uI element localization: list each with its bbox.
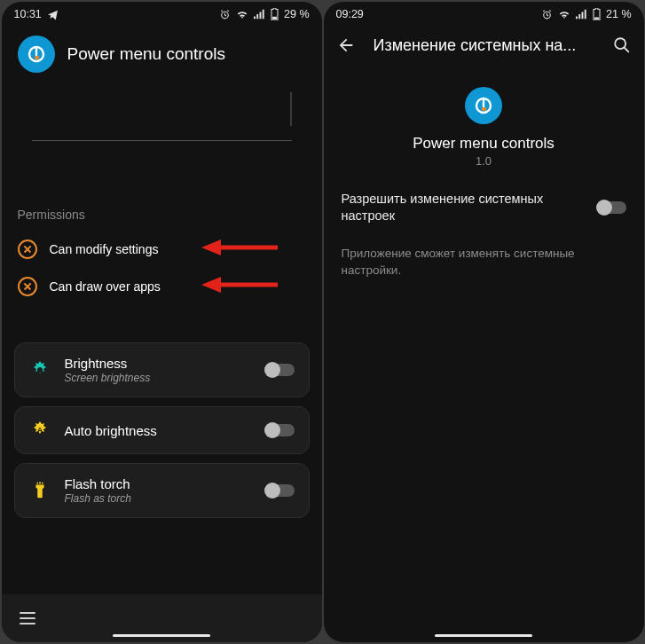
status-bar: 10:31 29 % bbox=[2, 2, 322, 23]
battery-icon bbox=[593, 8, 601, 20]
control-subtitle: Screen brightness bbox=[65, 372, 252, 384]
status-time: 09:29 bbox=[336, 8, 364, 20]
app-icon bbox=[465, 87, 502, 124]
page-title: Изменение системных на... bbox=[374, 36, 594, 55]
app-info: Power menu controls 1.0 bbox=[324, 62, 644, 168]
battery-icon bbox=[271, 8, 279, 20]
status-battery: 21 % bbox=[606, 8, 632, 20]
control-auto-brightness[interactable]: A Auto brightness bbox=[14, 406, 310, 454]
controls-list: Brightness Screen brightness A Auto brig… bbox=[2, 305, 322, 518]
status-battery: 29 % bbox=[284, 8, 310, 20]
search-icon[interactable] bbox=[612, 35, 632, 55]
svg-text:A: A bbox=[36, 426, 43, 435]
svg-point-4 bbox=[37, 367, 43, 373]
app-icon bbox=[18, 35, 55, 73]
setting-allow-modify[interactable]: Разрешить изменение системных настроек bbox=[324, 168, 644, 233]
denied-icon bbox=[18, 240, 37, 259]
app-name: Power menu controls bbox=[413, 135, 555, 153]
app-header: Power menu controls bbox=[2, 23, 322, 83]
brightness-icon bbox=[29, 359, 51, 381]
setting-label: Разрешить изменение системных настроек bbox=[342, 191, 586, 224]
wifi-icon bbox=[236, 9, 248, 20]
svg-rect-11 bbox=[482, 107, 486, 111]
alarm-icon bbox=[219, 9, 231, 20]
permission-modify-settings[interactable]: Can modify settings bbox=[2, 231, 322, 268]
app-version: 1.0 bbox=[476, 154, 492, 168]
wifi-icon bbox=[558, 9, 570, 20]
signal-icon bbox=[254, 9, 265, 20]
toggle[interactable] bbox=[266, 364, 295, 376]
permissions-heading: Permissions bbox=[2, 172, 322, 231]
toggle[interactable] bbox=[266, 424, 295, 436]
screen-system-settings: 09:29 21 % Изменение системных на... Pow… bbox=[324, 2, 644, 642]
control-title: Brightness bbox=[65, 356, 252, 371]
control-flash-torch[interactable]: Flash torch Flash as torch bbox=[14, 463, 310, 518]
telegram-icon bbox=[47, 9, 59, 20]
svg-rect-8 bbox=[594, 18, 599, 20]
setting-description: Приложение сможет изменять системные нас… bbox=[324, 233, 644, 292]
home-indicator[interactable] bbox=[435, 634, 532, 637]
back-icon[interactable] bbox=[336, 35, 356, 55]
auto-brightness-icon: A bbox=[29, 420, 51, 441]
app-title: Power menu controls bbox=[67, 44, 225, 64]
divider-area bbox=[2, 83, 322, 172]
control-subtitle: Flash as torch bbox=[65, 492, 252, 505]
alarm-icon bbox=[541, 9, 553, 20]
permission-label: Can draw over apps bbox=[50, 279, 161, 294]
svg-rect-3 bbox=[35, 56, 39, 59]
annotation-arrow bbox=[201, 276, 278, 297]
permission-label: Can modify settings bbox=[50, 242, 159, 256]
control-brightness[interactable]: Brightness Screen brightness bbox=[14, 342, 310, 397]
denied-icon bbox=[18, 277, 37, 296]
svg-rect-1 bbox=[272, 17, 277, 20]
screen-app: 10:31 29 % Power menu controls Permissio… bbox=[2, 2, 322, 642]
status-bar: 09:29 21 % bbox=[324, 2, 644, 23]
control-title: Flash torch bbox=[65, 476, 252, 491]
annotation-arrow bbox=[201, 239, 278, 260]
permission-draw-over-apps[interactable]: Can draw over apps bbox=[2, 268, 322, 305]
status-time: 10:31 bbox=[14, 8, 42, 20]
home-indicator[interactable] bbox=[113, 634, 210, 637]
menu-button[interactable] bbox=[20, 612, 35, 624]
control-title: Auto brightness bbox=[65, 423, 252, 438]
toggle[interactable] bbox=[266, 484, 295, 497]
toggle[interactable] bbox=[598, 201, 626, 214]
page-header: Изменение системных на... bbox=[324, 23, 644, 62]
torch-icon bbox=[29, 480, 51, 501]
signal-icon bbox=[576, 9, 587, 20]
